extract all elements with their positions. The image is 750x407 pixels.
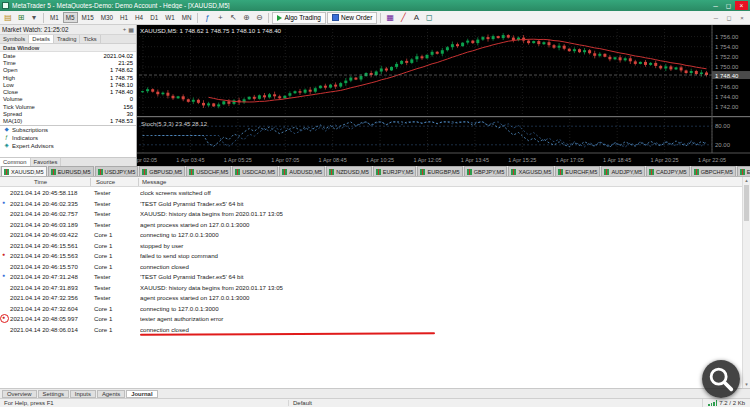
timeframe-m30[interactable]: M30 <box>98 12 116 23</box>
connection-bars-icon <box>708 400 717 406</box>
new-chart-icon[interactable]: ⊞ <box>15 12 27 23</box>
market-watch-icon[interactable]: ▤ <box>2 12 14 23</box>
chart-tab-gbpjpy-m5[interactable]: GBPJPY,M5 <box>464 166 508 176</box>
journal-row[interactable]: 2021.04.14 20:47:32.604Core 1connecting … <box>0 303 742 314</box>
child-restore-button[interactable]: ◻ <box>723 12 735 23</box>
trendline-icon[interactable]: ╱ <box>397 12 409 23</box>
chart-tab-usdcad-m5[interactable]: USDCAD,M5 <box>232 166 278 176</box>
chart-canvas[interactable]: 1 756.001 754.001 752.001 750.001 748.00… <box>137 25 750 166</box>
timeframe-m5[interactable]: M5 <box>63 12 78 23</box>
market-watch-tab-trading[interactable]: Trading <box>54 35 80 43</box>
svg-text:1 746.00: 1 746.00 <box>715 84 739 90</box>
market-watch-tab-details[interactable]: Details <box>29 35 54 43</box>
navigator-item-expert-advisors[interactable]: ◈Expert Advisors <box>0 142 136 150</box>
tile-windows-icon[interactable]: ▦ <box>384 12 396 23</box>
scrollbar-thumb[interactable] <box>744 185 749 221</box>
journal-time: 2021.04.14 20:47:32.604 <box>10 305 92 312</box>
navigator-item-indicators[interactable]: ƒIndicators <box>0 134 136 142</box>
journal-row[interactable]: 2021.04.14 20:46:15.570Core 1connection … <box>0 261 742 272</box>
chart-tab-usdjpy-m5[interactable]: USDJPY,M5 <box>95 166 139 176</box>
market-watch-tab-symbols[interactable]: Symbols <box>0 35 29 43</box>
chart-tab-eurcad-m5[interactable]: EURCAD,M5 <box>737 166 750 176</box>
journal-row[interactable]: 2021.04.14 20:46:03.422Core 1connecting … <box>0 229 742 240</box>
navigator-item-subscriptions[interactable]: ◆Subscriptions <box>0 126 136 134</box>
journal-row[interactable]: 2021.04.14 20:46:15.561Core 1stopped by … <box>0 240 742 251</box>
minimize-button[interactable]: ─ <box>709 1 722 10</box>
chart-tab-icon <box>282 169 287 175</box>
scroll-up-icon[interactable]: ▴ <box>743 177 750 184</box>
timeframe-m1[interactable]: M1 <box>47 12 62 23</box>
chart-area[interactable]: XAUUSD,M5: 1 748.62 1 748.75 1 748.10 1 … <box>137 25 750 166</box>
chart-tab-eurchf-m5[interactable]: EURCHF,M5 <box>555 166 600 176</box>
child-minimize-button[interactable]: ─ <box>710 12 722 23</box>
navigator-tab-favorites[interactable]: Favorites <box>31 158 62 166</box>
timeframe-h4[interactable]: H4 <box>132 12 146 23</box>
cursor-icon[interactable]: ↖ <box>227 12 239 23</box>
chart-tab-gbpusd-m5[interactable]: GBPUSD,M5 <box>139 166 185 176</box>
timeframe-m15[interactable]: M15 <box>79 12 97 23</box>
chart-tab-gbpchf-m5[interactable]: GBPCHF,M5 <box>691 166 736 176</box>
journal-row[interactable]: 2021.04.14 20:47:31.893TesterXAUUSD: his… <box>0 282 742 293</box>
chart-tab-xagusd-m5[interactable]: XAGUSD,M5 <box>508 166 554 176</box>
indicators-icon[interactable]: ƒ <box>201 12 213 23</box>
journal-row[interactable]: ●2021.04.14 20:46:15.563Core 1failed to … <box>0 250 742 261</box>
svg-text:1 750.00: 1 750.00 <box>715 64 739 70</box>
chart-tab-xauusd-m5[interactable]: XAUUSD,M5 <box>1 166 47 176</box>
svg-text:1 Apr 08:45: 1 Apr 08:45 <box>319 157 347 163</box>
crosshair-icon[interactable]: + <box>214 12 226 23</box>
chart-tab-icon <box>604 169 609 175</box>
add-symbol-icon[interactable]: + <box>123 26 127 33</box>
toolbox-tab-settings[interactable]: Settings <box>38 390 69 398</box>
journal-column-time[interactable]: Time <box>34 179 47 185</box>
symbol-chart-icon[interactable]: ▦ <box>128 26 134 33</box>
timeframe-d1[interactable]: D1 <box>147 12 161 23</box>
zoom-out-icon[interactable]: ⊖ <box>253 12 265 23</box>
market-watch-tab-ticks[interactable]: Ticks <box>80 35 100 43</box>
chart-tab-audusd-m5[interactable]: AUDUSD,M5 <box>279 166 325 176</box>
chart-tab-eurgbp-m5[interactable]: EURGBP,M5 <box>417 166 462 176</box>
journal-column-source[interactable]: Source <box>96 179 115 185</box>
chart-tab-cadjpy-m5[interactable]: CADJPY,M5 <box>646 166 690 176</box>
journal-row[interactable]: 2021.04.14 20:46:02.757TesterXAUUSD: his… <box>0 208 742 219</box>
close-button[interactable]: × <box>735 1 748 10</box>
text-label-icon[interactable]: A <box>410 12 422 23</box>
chart-dropdown-icon[interactable]: ▾ <box>28 12 40 23</box>
child-close-button[interactable]: × <box>736 12 748 23</box>
data-window-rows: Date2021.04.02Time21:25Open1 748.62High1… <box>0 52 136 125</box>
chart-tab-nzdusd-m5[interactable]: NZDUSD,M5 <box>326 166 372 176</box>
timeframe-w1[interactable]: W1 <box>162 12 177 23</box>
chart-tab-label: USDJPY,M5 <box>105 169 136 175</box>
algo-trading-button[interactable]: Algo Trading <box>272 12 326 24</box>
chart-tab-eurusd-m5[interactable]: EURUSD,M5 <box>48 166 94 176</box>
shapes-icon[interactable]: ◻ <box>423 12 435 23</box>
toolbox-tab-journal[interactable]: Journal <box>126 390 157 398</box>
journal-row[interactable]: 2021.04.14 20:47:32.356Testeragent proce… <box>0 292 742 303</box>
svg-text:1 754.00: 1 754.00 <box>715 44 739 50</box>
timeframe-h1[interactable]: H1 <box>117 12 131 23</box>
toolbar-separator <box>197 13 198 23</box>
journal-row[interactable]: 2021.04.14 20:46:03.189Testeragent proce… <box>0 219 742 230</box>
zoom-in-icon[interactable]: ⊕ <box>240 12 252 23</box>
timeframe-mn[interactable]: MN <box>179 12 195 23</box>
data-window-row: Date2021.04.02 <box>0 52 136 59</box>
journal-row[interactable]: ●2021.04.14 20:46:02.335Tester'TEST Gold… <box>0 198 742 209</box>
chart-tab-usdchf-m5[interactable]: USDCHF,M5 <box>186 166 231 176</box>
scroll-down-icon[interactable]: ▾ <box>743 381 750 388</box>
journal-row[interactable]: ●2021.04.14 20:47:31.248Tester'TEST Gold… <box>0 271 742 282</box>
chart-tab-label: AUDUSD,M5 <box>289 169 322 175</box>
navigator-tab-common[interactable]: Common <box>0 158 31 166</box>
field-label: Tick Volume <box>3 104 35 110</box>
journal-message: clock screens switched off <box>140 189 740 196</box>
new-order-button[interactable]: New Order <box>327 12 377 24</box>
chart-tab-audjpy-m5[interactable]: AUDJPY,M5 <box>601 166 645 176</box>
chart-tab-eurjpy-m5[interactable]: EURJPY,M5 <box>373 166 417 176</box>
toolbox-tab-overview[interactable]: Overview <box>2 390 37 398</box>
journal-row[interactable]: ●2021.04.14 20:48:05.997Core 1tester age… <box>0 313 742 324</box>
journal-scrollbar[interactable]: ▴ ▾ <box>742 177 750 388</box>
toolbox-tab-agents[interactable]: Agents <box>97 390 125 398</box>
status-profile[interactable]: Default <box>288 400 358 406</box>
toolbox-tab-inputs[interactable]: Inputs <box>70 390 96 398</box>
journal-row[interactable]: 2021.04.14 20:45:58.118Testerclock scree… <box>0 187 742 198</box>
maximize-button[interactable]: ◻ <box>722 1 735 10</box>
journal-column-message[interactable]: Message <box>142 179 166 185</box>
